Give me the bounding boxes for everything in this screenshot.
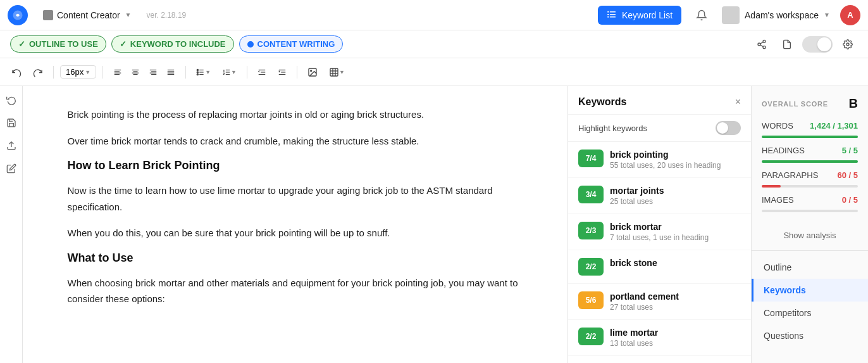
align-justify-button[interactable]	[163, 65, 179, 79]
app-selector[interactable]: Content Creator ▼	[38, 8, 137, 23]
keyword-name: brick mortar	[610, 222, 741, 232]
keyword-info: brick mortar 7 total uses, 1 use in head…	[610, 222, 741, 242]
toolbar-divider-3	[185, 66, 186, 79]
left-sidebar	[0, 86, 23, 363]
mode-toggle[interactable]	[802, 36, 833, 53]
sidebar-icon-3[interactable]	[3, 137, 20, 155]
bullet-list-button[interactable]: ▼	[192, 65, 214, 79]
numbered-list-icon	[222, 68, 231, 77]
align-center-button[interactable]	[127, 65, 144, 79]
stat-row-2: PARAGRAPHS 60 / 5	[762, 170, 858, 180]
avatar-initial: A	[847, 10, 853, 20]
stat-bar-bg	[762, 160, 858, 163]
svg-rect-3	[607, 14, 609, 15]
svg-point-12	[846, 43, 849, 46]
keywords-panel: Keywords × Highlight keywords 7/4 brick …	[567, 86, 751, 363]
stat-label: HEADINGS	[762, 146, 805, 155]
font-size-selector[interactable]: 16px ▼	[60, 65, 96, 79]
keyword-info: portland cement 27 total uses	[610, 291, 741, 312]
svg-rect-1	[607, 11, 609, 13]
nav-logo	[8, 5, 28, 25]
right-nav-item-questions[interactable]: Questions	[752, 324, 868, 347]
svg-point-34	[197, 73, 198, 75]
right-nav-item-keywords[interactable]: Keywords	[752, 279, 868, 302]
keyword-meta: 7 total uses, 1 use in heading	[610, 233, 741, 242]
keyword-item: 7/4 brick pointing 55 total uses, 20 use…	[568, 142, 751, 178]
keyword-badge: 2/3	[578, 222, 604, 239]
right-nav-item-outline[interactable]: Outline	[752, 256, 868, 279]
keywords-panel-close[interactable]: ×	[735, 96, 741, 108]
stat-row-3: IMAGES 0 / 5	[762, 195, 858, 205]
close-icon: ×	[735, 96, 741, 107]
indent-button[interactable]	[274, 65, 290, 79]
main-layout: Brick pointing is the process of replaci…	[0, 86, 868, 363]
bullet-list-icon	[196, 68, 205, 77]
right-nav: OutlineKeywordsCompetitorsQuestions	[752, 256, 868, 347]
tab-keyword[interactable]: ✓ KEYWORD TO INCLUDE	[111, 35, 234, 53]
keywords-panel-title: Keywords	[578, 96, 626, 108]
stat-value: 60 / 5	[837, 170, 858, 180]
indent-icon	[278, 68, 287, 77]
show-analysis-link[interactable]: Show analysis	[778, 226, 841, 245]
stat-bar-bg	[762, 185, 858, 188]
settings-button[interactable]	[838, 34, 858, 54]
keyword-info: brick stone	[610, 258, 741, 269]
align-right-button[interactable]	[145, 65, 161, 79]
outdent-button[interactable]	[254, 65, 270, 79]
right-nav-item-competitors[interactable]: Competitors	[752, 302, 868, 324]
stat-value: 0 / 5	[842, 195, 858, 205]
editor-content: Brick pointing is the process of replaci…	[68, 106, 523, 307]
sidebar-icon-2[interactable]	[3, 114, 20, 132]
user-avatar[interactable]: A	[840, 5, 860, 25]
top-nav: Content Creator ▼ ver. 2.18.19 Keyword L…	[0, 0, 868, 30]
svg-point-9	[763, 46, 766, 48]
keyword-badge: 7/4	[578, 150, 604, 167]
stat-label: PARAGRAPHS	[762, 170, 818, 180]
sidebar-icon-1[interactable]	[3, 91, 20, 109]
font-size-value: 16px	[66, 67, 84, 77]
svg-line-11	[760, 42, 764, 44]
keyword-item: 5/6 portland cement 27 total uses	[568, 284, 751, 320]
keyword-badge: 2/2	[578, 258, 604, 276]
svg-rect-4	[610, 14, 616, 15]
refresh-icon	[6, 95, 16, 105]
highlight-toggle[interactable]	[716, 121, 741, 135]
svg-point-8	[758, 43, 760, 46]
share-button[interactable]	[752, 34, 772, 54]
keyword-list-button[interactable]: Keyword List	[598, 6, 681, 25]
editor-area[interactable]: Brick pointing is the process of replaci…	[23, 86, 567, 363]
bell-icon	[696, 10, 707, 21]
document-button[interactable]	[777, 34, 797, 54]
table-icon	[329, 67, 339, 77]
workspace-selector[interactable]: Adam's workspace ▼	[722, 6, 830, 24]
redo-button[interactable]	[29, 65, 47, 80]
keyword-name: mortar joints	[610, 186, 741, 196]
align-group	[109, 65, 179, 79]
image-button[interactable]	[304, 65, 321, 80]
undo-button[interactable]	[8, 65, 25, 80]
align-left-button[interactable]	[109, 65, 126, 79]
svg-rect-2	[610, 11, 616, 13]
keyword-info: mortar joints 25 total uses	[610, 186, 741, 206]
list-icon	[607, 10, 617, 20]
stat-bar-bg	[762, 210, 858, 212]
keyword-name: lime mortar	[610, 328, 741, 338]
save-icon	[6, 118, 16, 128]
document-icon	[782, 39, 792, 49]
align-center-icon	[131, 68, 140, 77]
content-dot-icon	[247, 41, 254, 48]
svg-point-45	[311, 70, 312, 71]
tab-outline[interactable]: ✓ OUTLINE TO USE	[10, 35, 106, 53]
workspace-icon	[722, 6, 740, 24]
stat-value: 5 / 5	[842, 146, 858, 155]
table-button[interactable]: ▼	[325, 65, 349, 80]
stat-bar-fill	[762, 185, 781, 188]
app-label: Content Creator	[57, 10, 120, 20]
editor-para-4: When you do this, you can be sure that y…	[68, 225, 523, 241]
sidebar-icon-4[interactable]	[3, 160, 20, 177]
notification-bell[interactable]	[691, 5, 712, 25]
numbered-list-button[interactable]: ▼	[218, 65, 240, 79]
toolbar-divider-1	[53, 66, 54, 79]
stat-bar-fill	[762, 136, 858, 138]
tab-content[interactable]: CONTENT WRITING	[239, 35, 344, 53]
